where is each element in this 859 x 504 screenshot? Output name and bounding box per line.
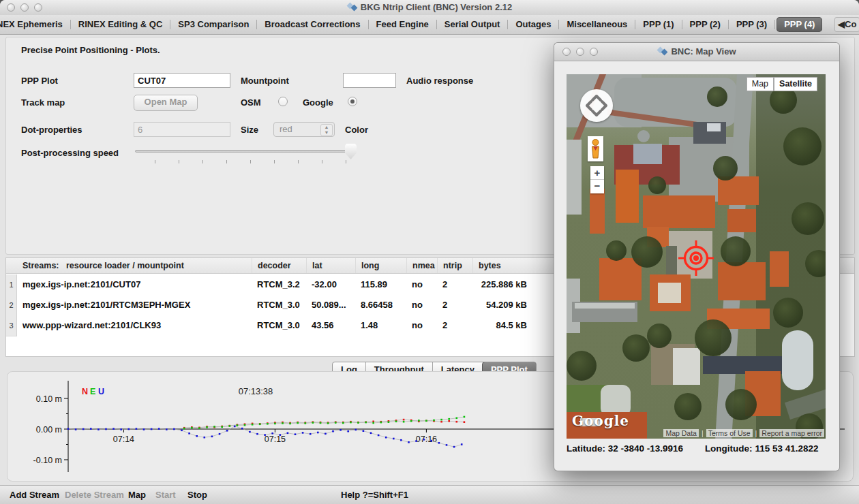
- map-terrain-feature: [658, 283, 681, 303]
- cell-bytes: 84.5 kB: [472, 315, 545, 336]
- cell-nmea: no: [406, 315, 437, 336]
- terms-of-use-link[interactable]: Terms of Use: [706, 429, 753, 437]
- row-number: 3: [6, 315, 17, 336]
- svg-text:07:15: 07:15: [265, 435, 286, 444]
- open-map-button: Open Map: [134, 95, 198, 111]
- tab-broadcast-corrections[interactable]: Broadcast Corrections: [257, 15, 367, 34]
- col-stream: Streams: resource loader / mountpoint: [17, 258, 252, 273]
- toolbar-help-shift-f1[interactable]: Help ?=Shift+F1: [341, 486, 408, 504]
- tab-outages[interactable]: Outages: [508, 15, 558, 34]
- map-window-title: BNC: Map View: [554, 43, 839, 61]
- report-map-error-link[interactable]: Report a map error: [759, 429, 824, 437]
- cell-ntrip: 2: [437, 315, 472, 336]
- map-tree: [606, 240, 627, 261]
- tab-miscellaneous[interactable]: Miscellaneous: [559, 15, 635, 34]
- map-pan-control[interactable]: [580, 89, 613, 122]
- map-terrain-feature: [643, 195, 715, 228]
- tab-nex-ephemeris[interactable]: NEX Ephemeris: [0, 15, 70, 34]
- tab-rinex-editing-qc[interactable]: RINEX Editing & QC: [71, 15, 170, 34]
- toolbar-add-stream[interactable]: Add Stream: [10, 486, 59, 504]
- map-terrain-feature: [718, 176, 759, 205]
- satellite-map[interactable]: + − Map Satellite Google Map Data| Terms…: [567, 74, 826, 439]
- map-view-window: BNC: Map View: [554, 42, 840, 471]
- tab-scroll-left-icon[interactable]: ◀: [838, 19, 845, 29]
- tab-feed-engine[interactable]: Feed Engine: [369, 15, 436, 34]
- mountpoint-input[interactable]: [343, 73, 396, 88]
- map-terrain-feature: [616, 170, 639, 223]
- tab-ppp-1[interactable]: PPP (1): [635, 15, 681, 34]
- map-tree: [721, 236, 751, 266]
- osm-label: OSM: [241, 97, 261, 108]
- tab-ppp-2[interactable]: PPP (2): [682, 15, 728, 34]
- toolbar-map[interactable]: Map: [128, 486, 146, 504]
- position-marker-icon: [676, 238, 717, 279]
- cell-long: 115.89: [355, 274, 406, 296]
- longitude-label: Longitude:: [705, 443, 753, 454]
- cell-ntrip: 2: [437, 274, 472, 296]
- map-terrain-feature: [599, 258, 642, 300]
- col-bytes: bytes: [472, 258, 545, 273]
- col-ntrip: ntrip: [437, 258, 472, 273]
- cell-lat: 50.089...: [306, 295, 355, 316]
- map-attribution: Map Data| Terms of Use| Report a map err…: [663, 429, 824, 437]
- osm-radio[interactable]: [278, 97, 288, 106]
- toolbar-start: Start: [155, 486, 176, 504]
- zoom-out-button[interactable]: −: [590, 180, 604, 193]
- speed-slider-ticks: [155, 160, 370, 163]
- speed-slider-thumb[interactable]: [345, 144, 357, 159]
- map-terrain-feature: [718, 262, 766, 300]
- satellite-button[interactable]: Satellite: [774, 77, 817, 91]
- map-terrain-feature: [673, 348, 700, 385]
- map-button[interactable]: Map: [747, 77, 774, 91]
- map-tree: [707, 86, 727, 107]
- speed-label: Post-processing speed: [21, 148, 119, 158]
- ppp-plot-input[interactable]: [134, 73, 230, 88]
- map-tree: [674, 393, 702, 420]
- map-tree: [725, 389, 757, 420]
- google-label: Google: [303, 97, 333, 108]
- row-number: 2: [6, 295, 17, 316]
- zoom-in-button[interactable]: +: [590, 166, 604, 180]
- cell-long: 8.66458: [355, 295, 406, 316]
- map-terrain-feature: [770, 251, 789, 287]
- col-nmea: nmea: [406, 258, 437, 273]
- cell-decoder: RTCM_3.2: [252, 274, 306, 296]
- tab-serial-output[interactable]: Serial Output: [437, 15, 508, 34]
- size-label: Size: [241, 125, 258, 135]
- svg-text:07:14: 07:14: [113, 435, 134, 444]
- main-titlebar[interactable]: BKG Ntrip Client (BNC) Version 2.12: [0, 0, 859, 16]
- map-tree: [567, 351, 597, 381]
- map-terrain-feature: [575, 303, 635, 309]
- color-dropdown: red▲▼: [273, 122, 335, 137]
- bnc-app-icon: [347, 3, 357, 11]
- cell-decoder: RTCM_3.0: [252, 315, 306, 336]
- tab-ppp-4[interactable]: PPP (4): [777, 17, 822, 32]
- cell-bytes: 54.209 kB: [472, 295, 545, 316]
- cell-nmea: no: [406, 295, 437, 316]
- map-titlebar[interactable]: BNC: Map View: [554, 43, 839, 61]
- ppp-plot-label: PPP Plot: [21, 76, 58, 86]
- map-type-switcher: Map Satellite: [747, 77, 817, 91]
- google-radio[interactable]: [348, 97, 357, 106]
- speed-slider-track[interactable]: [135, 150, 357, 153]
- cell-decoder: RTCM_3.0: [252, 295, 306, 316]
- svg-text:07:16: 07:16: [416, 435, 437, 444]
- map-tree: [783, 127, 822, 166]
- svg-text:0.10 m: 0.10 m: [36, 394, 62, 404]
- map-terrain-feature: [567, 140, 582, 215]
- coordinates-readout: Latitude: 32 -3840 -13.9916 Longitude: 1…: [567, 443, 818, 454]
- tab-sp3-comparison[interactable]: SP3 Comparison: [170, 15, 256, 34]
- tab-ppp-3[interactable]: PPP (3): [729, 15, 774, 34]
- tab-overflow-scroll[interactable]: ◀Co: [834, 17, 859, 32]
- mountpoint-label: Mountpoint: [241, 76, 289, 86]
- track-map-label: Track map: [21, 97, 65, 108]
- toolbar-delete-stream: Delete Stream: [65, 486, 124, 504]
- cell-long: 1.48: [355, 315, 406, 336]
- map-tree: [631, 236, 663, 268]
- toolbar-stop[interactable]: Stop: [187, 486, 207, 504]
- map-terrain-feature: [727, 209, 756, 232]
- latitude-label: Latitude:: [567, 443, 605, 454]
- main-tabbar: NEX EphemerisRINEX Editing & QCSP3 Compa…: [0, 15, 859, 35]
- map-data-link[interactable]: Map Data: [663, 429, 699, 437]
- street-view-pegman[interactable]: [588, 136, 603, 161]
